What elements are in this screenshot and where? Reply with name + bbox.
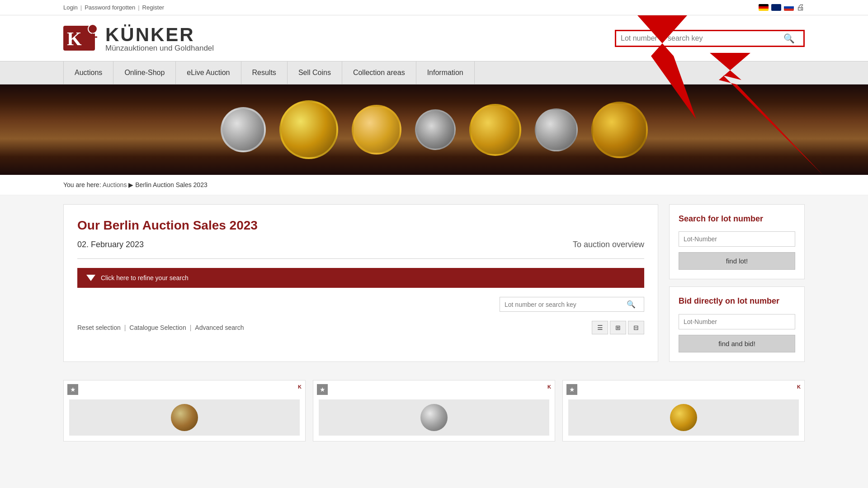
auction-date-row: 02. February 2023 To auction overview bbox=[77, 240, 644, 259]
main-layout: Our Berlin Auction Sales 2023 02. Februa… bbox=[0, 195, 868, 371]
lot-card-2: ★ K bbox=[313, 380, 555, 441]
coin-4 bbox=[415, 109, 456, 150]
logo-text-area: KÜNKER Münzauktionen und Goldhandel bbox=[105, 24, 214, 53]
sidebar-lot-number-input[interactable] bbox=[679, 231, 795, 247]
coin-3 bbox=[352, 105, 401, 155]
breadcrumb: You are here: Auctions ▶ Berlin Auction … bbox=[0, 175, 868, 195]
view-grid3-icon[interactable]: ⊟ bbox=[628, 321, 644, 334]
breadcrumb-arrow: ▶ bbox=[128, 181, 135, 188]
nav-information[interactable]: Information bbox=[416, 61, 475, 84]
logo-subtitle: Münzauktionen und Goldhandel bbox=[105, 44, 214, 53]
advanced-search-link[interactable]: Advanced search bbox=[195, 324, 244, 331]
sidebar-search-box: Search for lot number find lot! bbox=[669, 204, 805, 279]
nav-online-shop[interactable]: Online-Shop bbox=[113, 61, 176, 84]
sep1: | bbox=[80, 4, 82, 11]
coin-2 bbox=[279, 100, 338, 159]
sidebar-search-title: Search for lot number bbox=[679, 214, 795, 224]
lot-card-3-image bbox=[568, 399, 799, 436]
header-search-button[interactable]: 🔍 bbox=[783, 33, 795, 44]
coin-5 bbox=[469, 104, 521, 156]
register-link[interactable]: Register bbox=[142, 4, 164, 11]
lang-gb-flag[interactable] bbox=[771, 4, 781, 11]
filter-sep2: | bbox=[190, 324, 192, 331]
catalogue-selection-link[interactable]: Catalogue Selection bbox=[129, 324, 186, 331]
svg-text:K: K bbox=[67, 28, 82, 49]
lot-card-3: ★ K bbox=[562, 380, 805, 441]
auction-date: 02. February 2023 bbox=[77, 240, 144, 249]
lot-card-1: ★ K bbox=[63, 380, 306, 441]
header-search-box[interactable]: 🔍 bbox=[615, 30, 805, 47]
hero-content bbox=[0, 84, 868, 175]
top-bar-right: 🖨 bbox=[759, 3, 805, 12]
nav-collection-areas[interactable]: Collection areas bbox=[342, 61, 416, 84]
logo-svg: K bbox=[63, 23, 102, 53]
nav-elive-auction[interactable]: eLive Auction bbox=[176, 61, 241, 84]
hero-banner bbox=[0, 84, 868, 175]
reset-selection-link[interactable]: Reset selection bbox=[77, 324, 121, 331]
refine-label: Click here to refine your search bbox=[101, 274, 189, 282]
lot-card-1-logo: K bbox=[298, 384, 302, 389]
lot-card-1-image bbox=[69, 399, 300, 436]
sidebar-bid-box: Bid directly on lot number find and bid! bbox=[669, 286, 805, 361]
inner-search-box[interactable]: 🔍 bbox=[500, 297, 644, 312]
filter-links-row: Reset selection | Catalogue Selection | … bbox=[77, 321, 644, 334]
print-icon[interactable]: 🖨 bbox=[797, 3, 805, 12]
lot-cards-row: ★ K ★ K ★ K bbox=[0, 371, 868, 450]
filter-links-left: Reset selection | Catalogue Selection | … bbox=[77, 324, 244, 331]
logo-icon: K bbox=[63, 23, 102, 53]
view-grid2-icon[interactable]: ⊞ bbox=[610, 321, 626, 334]
lot-card-2-favorite[interactable]: ★ bbox=[317, 384, 328, 395]
login-link[interactable]: Login bbox=[63, 4, 78, 11]
auction-title: Our Berlin Auction Sales 2023 bbox=[77, 218, 644, 233]
sidebar-bid-title: Bid directly on lot number bbox=[679, 296, 795, 306]
top-bar-links: Login | Password forgotten | Register bbox=[63, 4, 164, 11]
lot-card-1-favorite[interactable]: ★ bbox=[67, 384, 78, 395]
coin-1 bbox=[221, 107, 266, 152]
logo-area: K KÜNKER Münzauktionen und Goldhandel bbox=[63, 23, 214, 53]
logo-name: KÜNKER bbox=[105, 24, 195, 46]
main-content: Our Berlin Auction Sales 2023 02. Februa… bbox=[63, 204, 658, 362]
header: K KÜNKER Münzauktionen und Goldhandel 🔍 bbox=[0, 15, 868, 61]
svg-point-2 bbox=[88, 24, 97, 33]
sidebar-find-bid-button[interactable]: find and bid! bbox=[679, 335, 795, 352]
view-icons: ☰ ⊞ ⊟ bbox=[592, 321, 644, 334]
header-search-input[interactable] bbox=[621, 34, 783, 42]
lot-card-2-image bbox=[319, 399, 549, 436]
view-list-icon[interactable]: ☰ bbox=[592, 321, 608, 334]
lang-ru-flag[interactable] bbox=[784, 4, 794, 11]
sep2: | bbox=[138, 4, 139, 11]
lang-de-flag[interactable] bbox=[759, 4, 769, 11]
coin-6 bbox=[535, 108, 578, 151]
breadcrumb-auctions[interactable]: Auctions bbox=[103, 181, 127, 188]
inner-search-input[interactable] bbox=[505, 301, 627, 308]
nav-results[interactable]: Results bbox=[241, 61, 288, 84]
breadcrumb-current: Berlin Auction Sales 2023 bbox=[135, 181, 208, 188]
coin-7 bbox=[591, 102, 648, 158]
sidebar-find-lot-button[interactable]: find lot! bbox=[679, 252, 795, 270]
refine-search-bar[interactable]: Click here to refine your search bbox=[77, 268, 644, 288]
breadcrumb-prefix: You are here: bbox=[63, 181, 101, 188]
nav-sell-coins[interactable]: Sell Coins bbox=[288, 61, 342, 84]
top-bar: Login | Password forgotten | Register 🖨 bbox=[0, 0, 868, 15]
lot-card-3-logo: K bbox=[797, 384, 801, 389]
inner-search-area: 🔍 bbox=[77, 297, 644, 312]
lot-card-2-logo: K bbox=[547, 384, 551, 389]
main-nav: Auctions Online-Shop eLive Auction Resul… bbox=[0, 61, 868, 84]
filter-sep1: | bbox=[124, 324, 126, 331]
auction-overview-link[interactable]: To auction overview bbox=[573, 240, 644, 249]
password-forgotten-link[interactable]: Password forgotten bbox=[85, 4, 135, 11]
nav-auctions[interactable]: Auctions bbox=[63, 61, 113, 84]
refine-triangle-icon bbox=[86, 275, 95, 281]
lot-card-3-favorite[interactable]: ★ bbox=[566, 384, 577, 395]
logo: K KÜNKER Münzauktionen und Goldhandel bbox=[63, 23, 214, 53]
sidebar: Search for lot number find lot! Bid dire… bbox=[669, 204, 805, 362]
inner-search-button[interactable]: 🔍 bbox=[627, 300, 636, 309]
sidebar-bid-lot-input[interactable] bbox=[679, 314, 795, 329]
